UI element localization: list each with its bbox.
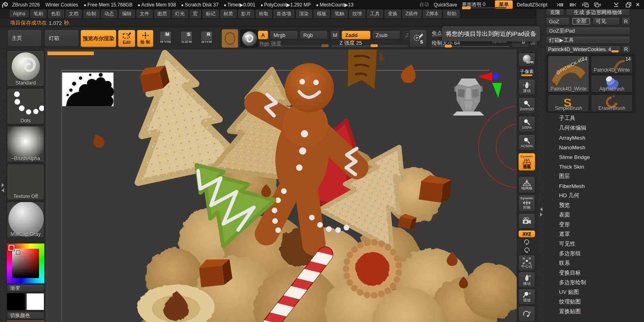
draw-size-handle[interactable] (445, 45, 452, 47)
zscript-button[interactable]: DefaultZScript (517, 2, 547, 8)
menu-item[interactable]: 图层 (154, 10, 170, 19)
camera-button[interactable] (518, 213, 535, 229)
menu-item[interactable]: 文档 (66, 10, 82, 19)
gradient-button[interactable]: 渐变 (7, 285, 44, 292)
clone-button[interactable]: 克隆 (546, 9, 564, 16)
section-item[interactable]: 表面 (545, 210, 644, 220)
alphabrush-thumbnail[interactable]: AlphaBrush (591, 75, 633, 93)
bpr-render-button[interactable]: BPR (518, 53, 535, 66)
active-tool-thumbnail[interactable]: @PATRICK-4D 14 Patrick4D_Winte (548, 56, 589, 93)
close-button[interactable]: ✕ (633, 2, 644, 8)
menu-item[interactable]: 宏 (190, 10, 201, 19)
antialiased-half-button[interactable]: AC50% (518, 134, 535, 151)
current-brush-button[interactable]: Standard (7, 50, 44, 87)
current-stroke-button[interactable]: Dots (7, 88, 44, 124)
goz-visible-button[interactable]: 可见 (592, 17, 620, 25)
m-button[interactable]: M (330, 31, 340, 39)
section-item[interactable]: 变形 (545, 220, 644, 229)
section-item[interactable]: 多边形绘制 (545, 278, 644, 287)
section-item[interactable]: Thick Skin (545, 162, 644, 171)
material-preview-button[interactable] (240, 29, 258, 47)
menu-item[interactable]: 动态 (101, 10, 117, 19)
make-polymesh-button[interactable]: 生成 多边形网格物体 (566, 9, 630, 16)
menu-item[interactable]: 绘制 (83, 10, 99, 19)
goz-button[interactable]: GoZ (546, 17, 570, 25)
frame-center-button[interactable]: 中心点 (518, 255, 535, 271)
divider-left-icon[interactable] (556, 2, 565, 8)
zsub-button[interactable]: Zsub (372, 31, 400, 39)
section-item[interactable]: 可见性 (545, 239, 644, 249)
axis-z-icon[interactable] (493, 73, 499, 80)
subpixel-handle[interactable] (521, 74, 532, 76)
goz-r-button[interactable]: R (621, 17, 630, 25)
menu-item[interactable]: Z脚本 (423, 10, 442, 19)
rotate-gyro-button[interactable]: R 旋转轴 (197, 31, 216, 49)
scale-gyro-button[interactable]: S 缩放轴 (177, 31, 196, 49)
move-gyro-button[interactable]: M 移动轴 (156, 31, 175, 49)
section-item[interactable]: 遮罩 (545, 229, 644, 239)
minimize-button[interactable] (612, 2, 621, 8)
current-alpha-button[interactable]: ~BrushAlpha (7, 126, 44, 162)
section-item[interactable]: FiberMesh (545, 181, 644, 191)
section-item[interactable]: 子工具 (545, 114, 644, 123)
active-tool-slider[interactable]: Patrick4D_WinterCookies. 4 (546, 45, 621, 53)
stroke-popup-button[interactable]: S (409, 30, 427, 47)
section-item[interactable]: 预览 (545, 200, 644, 210)
menu-item[interactable]: 色彩 (48, 10, 64, 19)
rotate-view-button[interactable] (518, 306, 535, 322)
z-intensity-handle[interactable] (371, 44, 378, 47)
section-item[interactable]: ArrayMesh (545, 133, 644, 142)
section-item[interactable]: HD 几何 (545, 191, 644, 200)
section-item[interactable]: 图层 (545, 171, 644, 181)
zoom-view-button[interactable]: 缩放 (518, 289, 535, 305)
divider-right-icon[interactable] (568, 2, 577, 8)
current-material-button[interactable]: MatCap Gray (7, 202, 44, 238)
menu-item[interactable]: 文件 (137, 10, 153, 19)
actual-size-button[interactable]: 100% (518, 116, 535, 132)
menu-item[interactable]: 模板 (314, 10, 330, 19)
section-item[interactable]: Slime Bridge (545, 152, 644, 162)
tool-slider-handle[interactable] (611, 50, 619, 52)
menu-item[interactable]: 帮助 (443, 10, 460, 19)
section-item[interactable]: 变换目标 (545, 268, 644, 278)
lightbox-divider-bar[interactable] (48, 52, 94, 55)
edit-button[interactable]: Edit (118, 30, 135, 47)
rotate-y-icon[interactable] (518, 238, 535, 246)
lightbox-tool-button[interactable]: 灯箱▶工具 (546, 36, 630, 44)
color-picker-cursor[interactable] (17, 251, 20, 254)
move-view-button[interactable]: 移动 (518, 272, 535, 288)
current-texture-button[interactable]: Texture Off (7, 164, 44, 200)
preview-boolean-button[interactable]: 预览布尔渲染 (81, 30, 116, 47)
menu-item[interactable]: 纹理 (349, 10, 365, 19)
panel-collapse-right-icon[interactable] (593, 2, 602, 8)
rgb-button[interactable]: Rgb (300, 31, 328, 39)
restore-button[interactable] (624, 2, 633, 8)
home-button[interactable]: 主页 (7, 30, 42, 47)
switch-color-button[interactable]: 切换颜色 (7, 312, 44, 319)
section-item[interactable]: NanoMesh (545, 142, 644, 152)
section-item[interactable]: UV 贴图 (545, 287, 644, 297)
lightbox-button[interactable]: 灯箱 (44, 30, 79, 47)
ui-opacity-track[interactable] (462, 7, 506, 8)
section-item[interactable]: 联系 (545, 258, 644, 268)
goz-all-button[interactable]: 全部 (572, 17, 591, 25)
menu-item[interactable]: 笔刷 (30, 10, 46, 19)
tool-thumbnail[interactable]: 14 Patrick4D_Winte (591, 56, 633, 74)
section-item[interactable]: 多边形组 (545, 249, 644, 258)
document-viewport[interactable] (46, 50, 517, 322)
menu-item[interactable]: 标记 (203, 10, 219, 19)
eraserbrush-thumbnail[interactable]: EraserBrush (591, 94, 633, 112)
menu-item[interactable]: 首选项 (273, 10, 294, 19)
zadd-button[interactable]: Zadd (342, 31, 371, 39)
tool-slider-r-button[interactable]: R (622, 45, 630, 53)
section-item[interactable]: 置换贴图 (545, 307, 644, 316)
tray-collapse-arrows[interactable] (539, 207, 543, 217)
menu-item[interactable]: Z插件 (402, 10, 421, 19)
menu-item[interactable]: 材质 (220, 10, 236, 19)
color-picker[interactable] (7, 244, 44, 283)
simplebrush-thumbnail[interactable]: S SimpleBrush (548, 94, 589, 112)
draw-button[interactable]: 绘 制 (137, 30, 153, 47)
ui-opacity-slider[interactable]: 界面透明 0 (462, 1, 485, 8)
scroll-button[interactable]: 滚动 (518, 79, 535, 95)
section-item[interactable]: 纹理贴图 (545, 297, 644, 307)
